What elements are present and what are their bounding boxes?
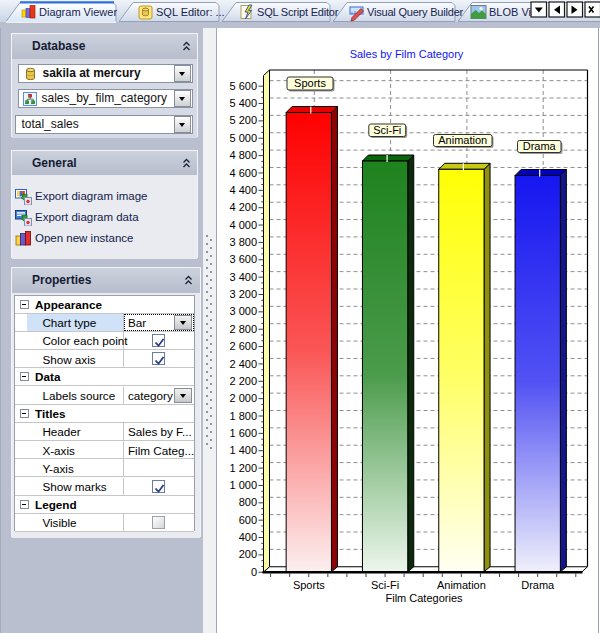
svg-text:4 600: 4 600 (229, 167, 257, 179)
svg-text:3 800: 3 800 (229, 236, 257, 248)
svg-text:2 400: 2 400 (229, 358, 257, 370)
svg-text:3 400: 3 400 (229, 271, 257, 283)
svg-text:3 600: 3 600 (229, 253, 257, 265)
svg-text:5 200: 5 200 (229, 114, 257, 126)
svg-text:2 000: 2 000 (229, 392, 257, 404)
svg-text:Animation: Animation (437, 579, 486, 591)
svg-text:SQL Script Editor: SQL Script Editor (257, 6, 339, 18)
svg-text:1 400: 1 400 (229, 444, 257, 456)
svg-text:1 200: 1 200 (229, 462, 257, 474)
svg-text:Diagram Viewer: Diagram Viewer (39, 6, 117, 18)
svg-text:Drama: Drama (523, 140, 557, 152)
svg-text:Drama: Drama (521, 579, 555, 591)
svg-text:1 000: 1 000 (229, 479, 257, 491)
svg-text:400: 400 (239, 531, 257, 543)
svg-text:4 800: 4 800 (229, 149, 257, 161)
svg-text:Sports: Sports (293, 579, 325, 591)
svg-text:5 400: 5 400 (229, 97, 257, 109)
svg-text:2 200: 2 200 (229, 375, 257, 387)
svg-text:1 800: 1 800 (229, 410, 257, 422)
svg-text:4 000: 4 000 (229, 219, 257, 231)
svg-text:Sports: Sports (294, 77, 326, 89)
svg-text:Film Categories: Film Categories (385, 592, 463, 604)
svg-text:Sci-Fi: Sci-Fi (371, 579, 399, 591)
svg-text:0: 0 (251, 566, 257, 578)
svg-text:600: 600 (239, 514, 257, 526)
svg-text:800: 800 (239, 496, 257, 508)
svg-text:Animation: Animation (438, 134, 487, 146)
svg-text:Sales by Film Category: Sales by Film Category (350, 48, 464, 60)
svg-text:4 200: 4 200 (229, 201, 257, 213)
svg-text:2 600: 2 600 (229, 340, 257, 352)
svg-text:5 000: 5 000 (229, 132, 257, 144)
svg-text:Sci-Fi: Sci-Fi (373, 124, 401, 136)
svg-text:1 600: 1 600 (229, 427, 257, 439)
svg-text:5 600: 5 600 (229, 80, 257, 92)
svg-text:200: 200 (239, 548, 257, 560)
svg-text:Visual Query Builder: Visual Query Builder (367, 6, 464, 18)
svg-text:SQL Editor: ...: SQL Editor: ... (156, 6, 225, 18)
svg-text:3 200: 3 200 (229, 288, 257, 300)
svg-text:2 800: 2 800 (229, 323, 257, 335)
svg-text:3 000: 3 000 (229, 305, 257, 317)
svg-text:4 400: 4 400 (229, 184, 257, 196)
